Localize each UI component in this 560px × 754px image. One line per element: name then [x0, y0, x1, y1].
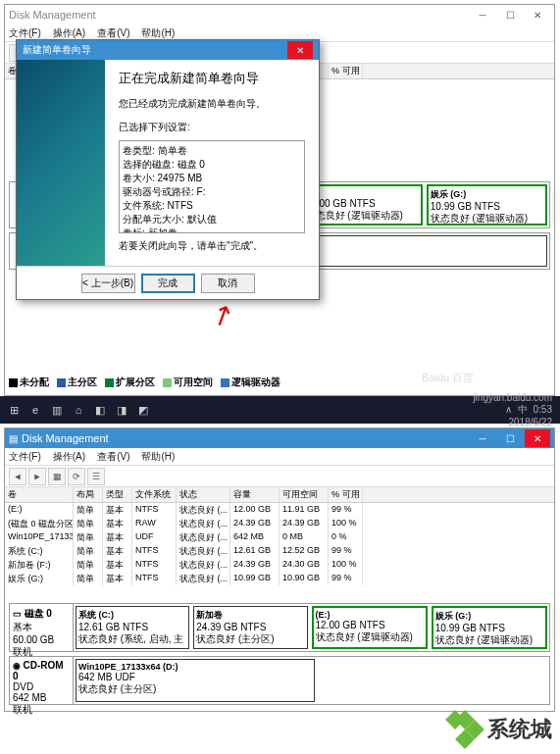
app3-icon[interactable]: ◩: [133, 400, 153, 420]
props-icon[interactable]: ☰: [87, 468, 105, 485]
disk0-row: ▭ 磁盘 0 基本 60.00 GB 联机 系统 (C:)12.61 GB NT…: [9, 603, 550, 652]
window-title: Disk Management: [9, 9, 470, 21]
volume-row[interactable]: (磁盘 0 磁盘分区 3)简单基本RAW状态良好 (...24.39 GB24.…: [5, 517, 554, 530]
explorer-icon[interactable]: ▥: [47, 400, 67, 420]
menu-view[interactable]: 查看(V): [97, 26, 129, 40]
site-watermark: 系统城: [448, 713, 552, 746]
wizard-footer: < 上一步(B) 完成 取消: [17, 266, 319, 299]
close-icon[interactable]: ✕: [525, 6, 550, 24]
start-icon[interactable]: ⊞: [4, 400, 24, 420]
view-icon[interactable]: ▦: [48, 468, 66, 485]
volume-header: 卷 布局 类型 文件系统 状态 容量 可用空间 % 可用: [5, 487, 554, 503]
partition[interactable]: 娱乐 (G:)10.99 GB NTFS状态良好 (逻辑驱动器): [432, 606, 547, 649]
wizard-titlebar: 新建简单卷向导 ✕: [17, 40, 319, 60]
minimize-icon[interactable]: ─: [470, 6, 495, 24]
nav-back-icon[interactable]: ◄: [9, 468, 26, 485]
wizard-close-icon[interactable]: ✕: [287, 41, 313, 59]
volume-list: (E:)简单基本NTFS状态良好 (...12.00 GB11.91 GB99 …: [5, 503, 554, 585]
wizard-list-label: 已选择下列设置:: [119, 121, 305, 134]
wizard-sidebar-image: [17, 60, 105, 266]
menu-view[interactable]: 查看(V): [97, 450, 129, 464]
titlebar: ▤ Disk Management ─ ☐ ✕: [5, 428, 554, 448]
wizard-hint: 若要关闭此向导，请单击"完成"。: [119, 239, 305, 253]
taskbar: ⊞ e ▥ ⌂ ◧ ◨ ◩ jingyan.baidu.com ∧ 中 0:53…: [0, 396, 560, 424]
tray[interactable]: jingyan.baidu.com ∧ 中 0:53 2018/6/22: [473, 392, 556, 427]
volume-row[interactable]: 新加卷 (F:)简单基本NTFS状态良好 (...24.39 GB24.30 G…: [5, 558, 554, 572]
legend: 未分配 主分区 扩展分区 可用空间 逻辑驱动器: [9, 376, 280, 389]
store-icon[interactable]: ⌂: [69, 400, 88, 420]
wizard-title: 新建简单卷向导: [23, 43, 91, 57]
disk0-label: ▭ 磁盘 0 基本 60.00 GB 联机: [10, 604, 74, 651]
wizard-heading: 正在完成新建简单卷向导: [119, 70, 305, 87]
maximize-icon[interactable]: ☐: [497, 429, 523, 447]
new-volume-wizard: 新建简单卷向导 ✕ 正在完成新建简单卷向导 您已经成功完成新建简单卷向导。 已选…: [16, 39, 320, 300]
menu-help[interactable]: 帮助(H): [141, 450, 175, 464]
finish-button[interactable]: 完成: [141, 274, 195, 293]
back-button[interactable]: < 上一步(B): [81, 274, 135, 293]
cancel-button[interactable]: 取消: [201, 274, 255, 293]
volume-row[interactable]: Win10PE_17133x...简单基本UDF状态良好 (...642 MB0…: [5, 530, 554, 544]
window-title: Disk Management: [22, 432, 470, 444]
minimize-icon[interactable]: ─: [470, 429, 495, 447]
volume-row[interactable]: 系统 (C:)简单基本NTFS状态良好 (...12.61 GB12.52 GB…: [5, 544, 554, 558]
wizard-subtext: 您已经成功完成新建简单卷向导。: [119, 97, 305, 111]
menu-action[interactable]: 操作(A): [53, 450, 85, 464]
watermark-icon: [448, 713, 482, 746]
menu-file[interactable]: 文件(F): [9, 450, 41, 464]
disk-management-window-bottom: ▤ Disk Management ─ ☐ ✕ 文件(F) 操作(A) 查看(V…: [4, 427, 555, 712]
menu-action[interactable]: 操作(A): [53, 26, 85, 40]
partition[interactable]: 系统 (C:)12.61 GB NTFS状态良好 (系统, 启动, 主分区): [76, 606, 189, 649]
baidu-watermark: Baidu 百度: [422, 371, 474, 385]
app2-icon[interactable]: ◨: [112, 400, 131, 420]
volume-row[interactable]: (E:)简单基本NTFS状态良好 (...12.00 GB11.91 GB99 …: [5, 503, 554, 517]
cdrom-row: ◉ CD-ROM 0 DVD 642 MB 联机 Win10PE_17133x6…: [9, 656, 550, 705]
titlebar: Disk Management ─ ☐ ✕: [5, 5, 554, 25]
cdrom-partition[interactable]: Win10PE_17133x64 (D:) 642 MB UDF 状态良好 (主…: [76, 659, 315, 702]
menubar: 文件(F) 操作(A) 查看(V) 帮助(H): [5, 448, 554, 466]
app-icon[interactable]: ◧: [90, 400, 110, 420]
partition-g[interactable]: 娱乐 (G:) 10.99 GB NTFS 状态良好 (逻辑驱动器): [427, 184, 547, 226]
app-icon: ▤: [9, 433, 18, 444]
menu-file[interactable]: 文件(F): [9, 26, 41, 40]
edge-icon[interactable]: e: [25, 400, 45, 420]
maximize-icon[interactable]: ☐: [497, 6, 523, 24]
cdrom-label: ◉ CD-ROM 0 DVD 642 MB 联机: [10, 657, 74, 704]
close-icon[interactable]: ✕: [525, 429, 550, 447]
wizard-settings-list: 卷类型: 简单卷 选择的磁盘: 磁盘 0 卷大小: 24975 MB 驱动器号或…: [119, 140, 305, 233]
partition[interactable]: 新加卷24.39 GB NTFS状态良好 (主分区): [193, 606, 307, 649]
volume-row[interactable]: 娱乐 (G:)简单基本NTFS状态良好 (...10.99 GB10.90 GB…: [5, 572, 554, 585]
wizard-main: 正在完成新建简单卷向导 您已经成功完成新建简单卷向导。 已选择下列设置: 卷类型…: [105, 60, 319, 266]
watermark-text: 系统城: [487, 715, 552, 744]
toolbar: ◄ ► ▦ ⟳ ☰: [5, 466, 554, 487]
refresh-icon[interactable]: ⟳: [68, 468, 85, 485]
menu-help[interactable]: 帮助(H): [141, 26, 175, 40]
partition[interactable]: (E:)12.00 GB NTFS状态良好 (逻辑驱动器): [312, 606, 428, 649]
nav-fwd-icon[interactable]: ►: [28, 468, 46, 485]
